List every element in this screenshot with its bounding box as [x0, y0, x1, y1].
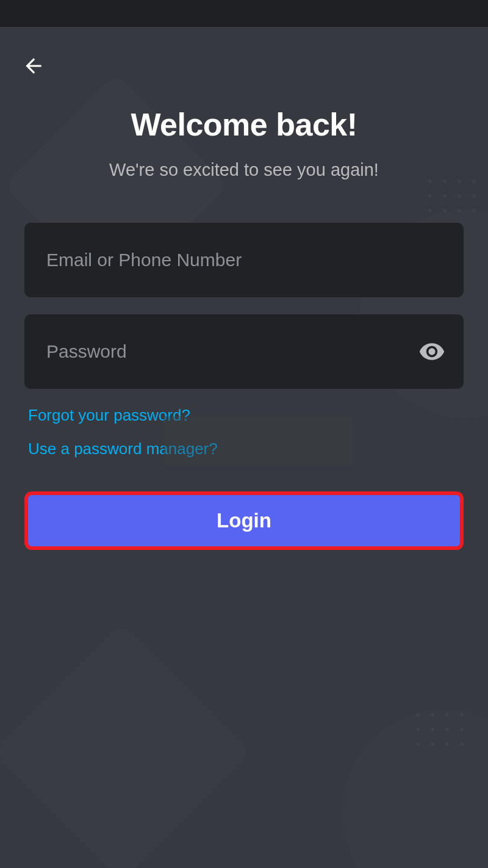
toggle-password-visibility[interactable]: [418, 338, 445, 365]
login-screen: Welcome back! We're so excited to see yo…: [0, 27, 488, 868]
eye-icon: [418, 338, 445, 365]
email-field[interactable]: [24, 223, 464, 297]
decorative-shape: [342, 709, 488, 868]
decorative-shape: [0, 623, 251, 868]
login-button-label: Login: [217, 509, 271, 532]
decorative-dots: [416, 713, 464, 746]
login-button[interactable]: Login: [24, 491, 464, 550]
password-manager-link[interactable]: Use a password manager?: [24, 439, 464, 458]
page-title: Welcome back!: [24, 106, 464, 143]
status-bar: [0, 0, 488, 27]
page-subtitle: We're so excited to see you again!: [24, 160, 464, 180]
arrow-left-icon: [22, 54, 45, 78]
back-button[interactable]: [22, 51, 51, 81]
forgot-password-link[interactable]: Forgot your password?: [24, 406, 464, 425]
password-field[interactable]: [24, 314, 464, 389]
